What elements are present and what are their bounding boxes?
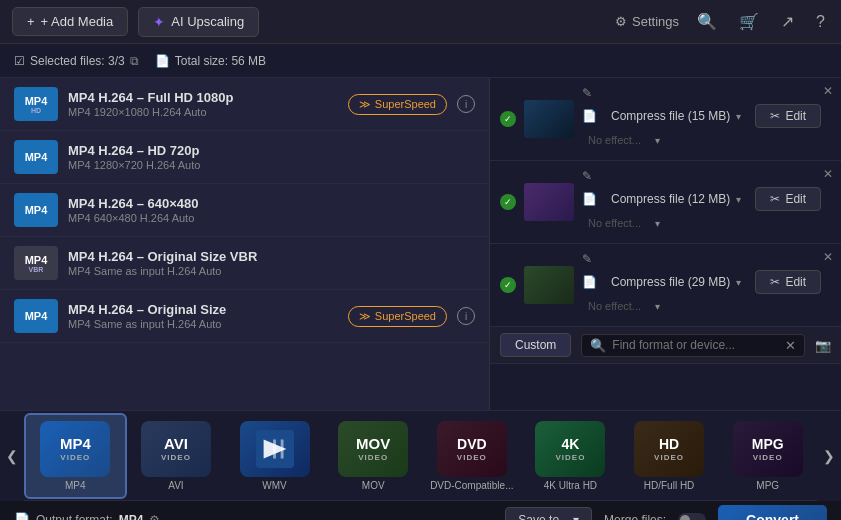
edit-button-2[interactable]: ✂ Edit (755, 270, 821, 294)
edit-button-1[interactable]: ✂ Edit (755, 187, 821, 211)
carousel-item-mpg[interactable]: MPG VIDEO MPG (718, 413, 817, 499)
no-effect-2: No effect... (582, 298, 647, 314)
compress-file-icon-2: 📄 (582, 275, 597, 289)
scissors-icon-1: ✂ (770, 192, 780, 206)
format-icon-mp4: MP4 VIDEO (40, 421, 110, 477)
selected-files: ☑ Selected files: 3/3 ⧉ (14, 54, 139, 68)
scissors-icon-2: ✂ (770, 275, 780, 289)
format-item-4[interactable]: MP4 MP4 H.264 – Original Size MP4 Same a… (0, 290, 489, 343)
info-icon-0[interactable]: i (457, 95, 475, 113)
close-button-2[interactable]: ✕ (823, 250, 833, 264)
format-info-2: MP4 H.264 – 640×480 MP4 640×480 H.264 Au… (68, 196, 475, 224)
option-row-0b: No effect... ▾ (582, 132, 831, 148)
carousel-item-hd[interactable]: HD VIDEO HD/Full HD (620, 413, 719, 499)
search-box: 🔍 ✕ (581, 334, 805, 357)
compress-chevron-2: ▾ (736, 277, 741, 288)
compress-file-icon-1: 📄 (582, 192, 597, 206)
edit-button-0[interactable]: ✂ Edit (755, 104, 821, 128)
close-button-0[interactable]: ✕ (823, 84, 833, 98)
file-bar: ☑ Selected files: 3/3 ⧉ 📄 Total size: 56… (0, 44, 841, 78)
row-top-0: ✎ (582, 86, 831, 100)
search-icon[interactable]: 🔍 (693, 8, 721, 35)
add-media-label: + Add Media (41, 14, 114, 29)
format-info-3: MP4 H.264 – Original Size VBR MP4 Same a… (68, 249, 475, 277)
format-icon-dvd: DVD VIDEO (437, 421, 507, 477)
custom-bar: Custom 🔍 ✕ 📷 (490, 327, 841, 364)
help-icon[interactable]: ? (812, 9, 829, 35)
format-item-1[interactable]: MP4 MP4 H.264 – HD 720p MP4 1280×720 H.2… (0, 131, 489, 184)
carousel-item-mp4[interactable]: MP4 VIDEO MP4 (24, 413, 127, 499)
file-icon: ☑ (14, 54, 25, 68)
convert-button[interactable]: Convert (718, 505, 827, 521)
format-info-0: MP4 H.264 – Full HD 1080p MP4 1920×1080 … (68, 90, 338, 118)
wmv-svg (256, 430, 294, 468)
format-icon-hd: HD VIDEO (634, 421, 704, 477)
no-effect-1: No effect... (582, 215, 647, 231)
thumb-0 (524, 100, 574, 138)
ai-icon: ✦ (153, 14, 165, 30)
superspeed-badge-4: ≫ SuperSpeed (348, 306, 447, 327)
add-media-button[interactable]: + + Add Media (12, 7, 128, 36)
compress-file-icon-0: 📄 (582, 109, 597, 123)
save-to-chevron: ▾ (573, 513, 579, 521)
carousel-item-avi[interactable]: AVI VIDEO AVI (127, 413, 226, 499)
carousel-item-mov[interactable]: MOV VIDEO MOV (324, 413, 423, 499)
pencil-icon-0[interactable]: ✎ (582, 86, 592, 100)
carousel-left-arrow[interactable]: ❮ (0, 411, 24, 501)
option-row-0a: 📄 Compress file (15 MB) ▾ ✂ Edit (582, 104, 831, 128)
option-row-1b: No effect... ▾ (582, 215, 831, 231)
pencil-icon-2[interactable]: ✎ (582, 252, 592, 266)
compress-button-2[interactable]: Compress file (29 MB) ▾ (605, 272, 747, 292)
check-1: ✓ (500, 194, 516, 210)
merge-toggle[interactable] (678, 513, 706, 521)
carousel-item-wmv[interactable]: WMV (225, 413, 324, 499)
format-badge-1: MP4 (14, 140, 58, 174)
plus-icon: + (27, 14, 35, 29)
cart-icon[interactable]: 🛒 (735, 8, 763, 35)
settings-button[interactable]: ⚙ Settings (615, 14, 679, 29)
option-row-2a: 📄 Compress file (29 MB) ▾ ✂ Edit (582, 270, 831, 294)
superspeed-badge-0: ≫ SuperSpeed (348, 94, 447, 115)
compress-chevron-0: ▾ (736, 111, 741, 122)
output-format-display: 📄 Output format: MP4 ⚙ (14, 512, 160, 520)
total-size: 📄 Total size: 56 MB (155, 54, 266, 68)
format-item-2[interactable]: MP4 MP4 H.264 – 640×480 MP4 640×480 H.26… (0, 184, 489, 237)
custom-tab-button[interactable]: Custom (500, 333, 571, 357)
file-row-0: ✓ ✎ 📄 Compress file (15 MB) ▾ ✂ Edit (490, 78, 841, 161)
option-row-1a: 📄 Compress file (12 MB) ▾ ✂ Edit (582, 187, 831, 211)
info-icon-4[interactable]: i (457, 307, 475, 325)
no-effect-0: No effect... (582, 132, 647, 148)
save-to-button[interactable]: Save to... ▾ (505, 507, 592, 521)
compress-chevron-1: ▾ (736, 194, 741, 205)
top-nav-left: + + Add Media ✦ AI Upscaling (12, 7, 259, 37)
format-carousel: ❮ MP4 VIDEO MP4 AVI VIDEO AVI (0, 410, 841, 500)
compress-button-0[interactable]: Compress file (15 MB) ▾ (605, 106, 747, 126)
camera-icon[interactable]: 📷 (815, 338, 831, 353)
merge-label: Merge files: (604, 513, 666, 521)
svg-rect-2 (273, 439, 276, 458)
file-options-2: ✎ 📄 Compress file (29 MB) ▾ ✂ Edit No ef… (582, 252, 831, 318)
clear-search-icon[interactable]: ✕ (785, 338, 796, 353)
svg-rect-3 (280, 439, 283, 458)
carousel-right-arrow[interactable]: ❯ (817, 411, 841, 501)
compress-button-1[interactable]: Compress file (12 MB) ▾ (605, 189, 747, 209)
ai-upscaling-button[interactable]: ✦ AI Upscaling (138, 7, 259, 37)
search-input[interactable] (612, 338, 779, 352)
bottom-bar: 📄 Output format: MP4 ⚙ Save to... ▾ Merg… (0, 500, 841, 520)
carousel-item-4k[interactable]: 4K VIDEO 4K Ultra HD (521, 413, 620, 499)
format-badge-2: MP4 (14, 193, 58, 227)
format-item-0[interactable]: MP4 HD MP4 H.264 – Full HD 1080p MP4 192… (0, 78, 489, 131)
copy-icon[interactable]: ⧉ (130, 54, 139, 68)
carousel-item-dvd[interactable]: DVD VIDEO DVD-Compatible... (423, 413, 522, 499)
file-output-icon: 📄 (14, 512, 30, 520)
pencil-icon-1[interactable]: ✎ (582, 169, 592, 183)
close-button-1[interactable]: ✕ (823, 167, 833, 181)
format-dropdown: MP4 HD MP4 H.264 – Full HD 1080p MP4 192… (0, 78, 490, 410)
output-gear-icon[interactable]: ⚙ (149, 513, 160, 521)
format-badge-3: MP4 VBR (14, 246, 58, 280)
format-item-3[interactable]: MP4 VBR MP4 H.264 – Original Size VBR MP… (0, 237, 489, 290)
option-row-2b: No effect... ▾ (582, 298, 831, 314)
share-icon[interactable]: ↗ (777, 8, 798, 35)
thumb-2 (524, 266, 574, 304)
toggle-knob (680, 515, 690, 521)
